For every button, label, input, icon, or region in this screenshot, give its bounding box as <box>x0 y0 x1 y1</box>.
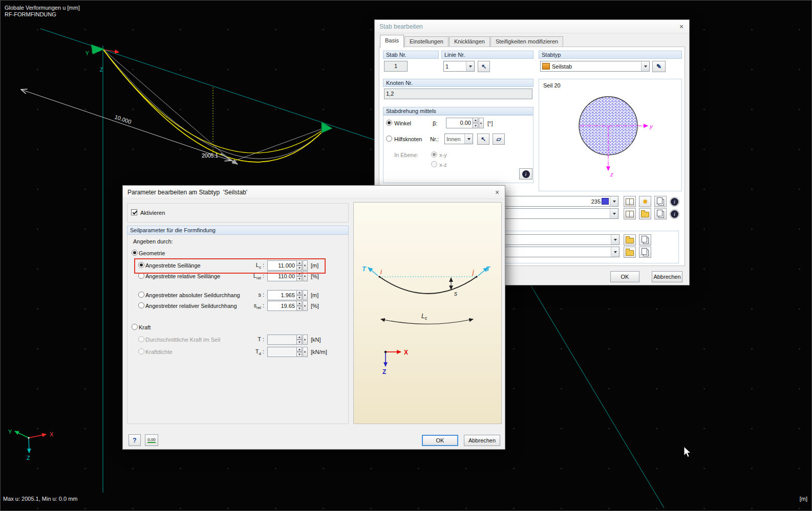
section-edit-button[interactable] <box>654 208 667 219</box>
abs-durchhang-input[interactable]: 1.965 <box>267 290 297 300</box>
cancel-button[interactable]: Abbrechen <box>464 435 500 446</box>
material-library-button[interactable] <box>624 196 636 207</box>
expand-button[interactable] <box>303 290 308 300</box>
activate-checkbox[interactable] <box>131 209 137 215</box>
radio-seillaenge[interactable] <box>138 262 144 268</box>
specify-by-label: Angeben durch: <box>133 238 173 245</box>
status-bar-text: Max u: 2005.1, Min u: 0.0 mm <box>3 496 78 502</box>
member-chord-lines <box>103 49 327 162</box>
tab-steifigkeiten[interactable]: Steifigkeiten modifizieren <box>490 36 563 47</box>
knoten-nr-field[interactable]: 1,2 <box>384 88 532 99</box>
material-info-button[interactable]: i <box>670 197 679 207</box>
ok-button[interactable]: OK <box>610 271 639 282</box>
section-library-button[interactable] <box>624 208 636 219</box>
param-row-seillaenge: Angestrebte Seillänge Lc : 11.000 [m] <box>123 260 349 271</box>
expand-button[interactable] <box>303 271 308 281</box>
radio-kraft[interactable] <box>132 324 138 330</box>
symbol-label: Lrel : <box>242 273 264 280</box>
radio-hilfsknoten[interactable] <box>386 136 392 142</box>
expand-button[interactable] <box>303 347 308 357</box>
support-icon <box>322 122 332 133</box>
radio-kraft-im-seil[interactable] <box>138 336 144 342</box>
expand-button[interactable] <box>303 260 308 271</box>
radio-geometrie[interactable] <box>132 250 138 256</box>
group-stab-nr: Stab Nr. <box>383 51 439 59</box>
cable-curve-deformed <box>103 49 327 162</box>
axis-x-label: X <box>50 431 54 437</box>
unit-label: [%] <box>311 273 319 279</box>
section-info-button[interactable]: i <box>670 209 679 219</box>
cable-diagram-panel: T T i j s Lc X Z <box>353 202 502 424</box>
material-edit-button[interactable] <box>654 196 667 207</box>
close-icon[interactable]: × <box>489 186 505 198</box>
spinner[interactable] <box>296 260 302 271</box>
help-button[interactable]: ? <box>129 434 141 446</box>
close-icon[interactable]: × <box>674 20 689 33</box>
geometry-row: Geometrie <box>123 248 349 259</box>
beta-expand-button[interactable] <box>479 118 484 128</box>
radio-winkel[interactable] <box>386 120 392 126</box>
beta-input[interactable]: 0.00 <box>446 118 473 128</box>
hilfsknoten-dropdown[interactable]: Innen <box>444 134 473 144</box>
beta-spinner[interactable] <box>473 118 478 128</box>
radio-rel-seillaenge[interactable] <box>138 273 144 279</box>
group-label: Stabtyp <box>542 52 561 58</box>
info-icon: i <box>671 210 678 218</box>
radio-plane-xz[interactable] <box>431 161 437 167</box>
stabtyp-dropdown[interactable]: Seilstab <box>540 61 650 72</box>
dropdown-value: Innen <box>446 136 461 142</box>
linie-nr-dropdown[interactable]: 1 <box>443 61 475 72</box>
hinge-start-edit-button[interactable] <box>639 234 651 246</box>
spinner[interactable] <box>296 301 302 311</box>
radio-kraftdichte[interactable] <box>138 348 144 354</box>
group-linie-nr: Linie Nr. <box>441 51 533 59</box>
spinner[interactable] <box>296 335 302 345</box>
spinner[interactable] <box>296 290 302 300</box>
unit-label: [kN/m] <box>311 349 327 355</box>
radio-rel-durchhang[interactable] <box>138 302 144 308</box>
radio-abs-durchhang[interactable] <box>138 292 144 298</box>
chevron-down-icon <box>466 61 474 71</box>
row-label: Kraftdichte <box>145 349 173 355</box>
pick-node-button[interactable]: ↖ <box>477 134 489 145</box>
cancel-button[interactable]: Abbrechen <box>652 271 682 282</box>
stab-nr-field[interactable]: 1 <box>384 61 408 72</box>
pick-line-button[interactable]: ↖ <box>478 61 490 72</box>
tab-knicklaengen[interactable]: Knicklängen <box>449 36 490 47</box>
material-value: 235 <box>591 198 601 205</box>
expand-button[interactable] <box>303 301 308 311</box>
new-node-button[interactable]: ▱ <box>493 134 505 145</box>
symbol-label: s : <box>242 292 264 299</box>
seillaenge-input[interactable]: 11.000 <box>267 260 297 271</box>
section-folder-button[interactable] <box>639 208 651 219</box>
tab-basis[interactable]: Basis <box>380 35 404 48</box>
material-new-button[interactable]: ✱ <box>639 196 651 207</box>
param-row-abs-durchhang: Angestrebter absoluter Seildurchhang s :… <box>123 290 349 301</box>
rel-durchhang-input[interactable]: 19.65 <box>267 301 297 311</box>
edit-stabtyp-button[interactable]: ✎ <box>652 61 666 72</box>
radio-plane-xy[interactable] <box>431 151 437 158</box>
kraft-input[interactable] <box>267 335 297 345</box>
hinge-end-edit-button[interactable] <box>639 247 651 258</box>
row-label: Angestrebte relative Seillänge <box>145 273 220 279</box>
section-axis-y-label: y <box>649 123 653 129</box>
spinner[interactable] <box>296 271 302 281</box>
hinge-end-folder-button[interactable] <box>624 247 636 258</box>
unit-label: [%] <box>311 303 319 309</box>
spin-down-icon[interactable] <box>473 123 478 128</box>
spinner[interactable] <box>296 347 302 357</box>
info-button[interactable]: i <box>519 168 532 180</box>
rel-seillaenge-input[interactable]: 110.00 <box>267 271 297 281</box>
expand-button[interactable] <box>303 335 308 345</box>
row-label: Angestrebte Seillänge <box>145 262 201 269</box>
unit-indicator: [m] <box>800 496 807 502</box>
reference-curve <box>103 49 327 159</box>
kraftdichte-input[interactable] <box>267 347 297 357</box>
node-axis-z-label: Z <box>100 67 103 73</box>
hinge-start-folder-button[interactable] <box>624 234 636 246</box>
in-ebene-label: In Ebene: <box>394 152 418 158</box>
tab-einstellungen[interactable]: Einstellungen <box>404 36 448 47</box>
ok-button[interactable]: OK <box>422 435 458 446</box>
spin-up-icon[interactable] <box>473 118 478 123</box>
units-button[interactable]: 0,00 <box>145 434 158 446</box>
